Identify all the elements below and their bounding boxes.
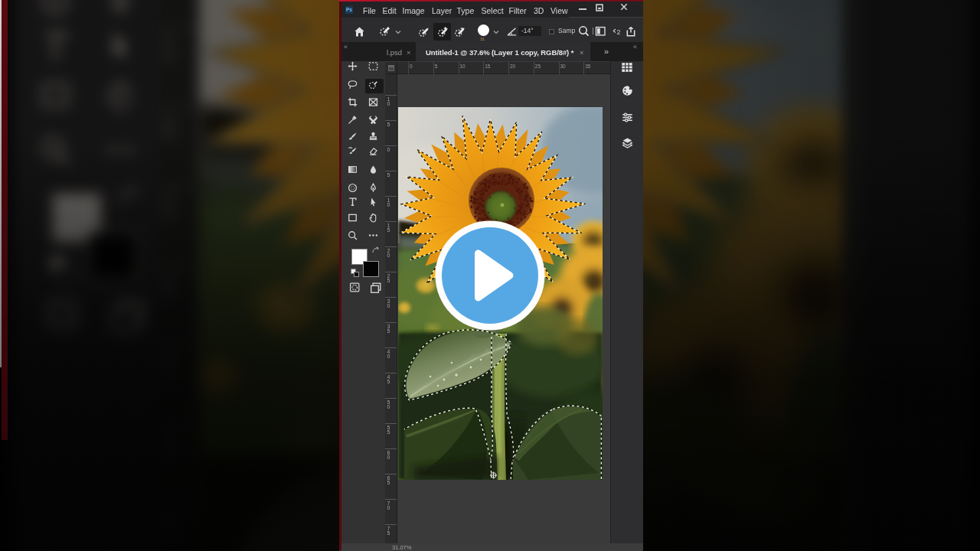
svg-text:2: 2 — [617, 28, 621, 36]
